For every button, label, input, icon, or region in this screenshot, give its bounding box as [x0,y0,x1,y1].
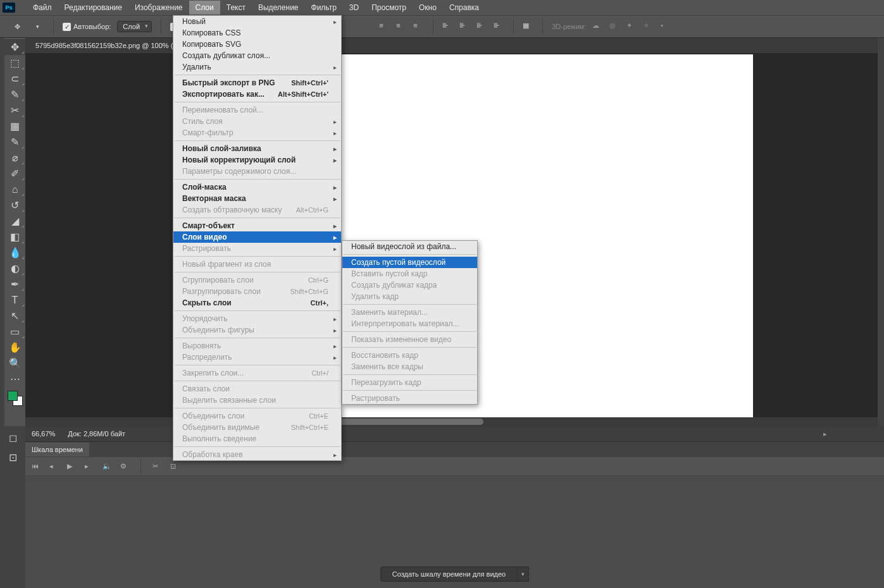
frame-tool[interactable]: ▦ [4,118,25,134]
quickmask-icon[interactable]: ◻ [4,430,22,446]
menu-item[interactable]: Новый [173,16,341,27]
menu-просмотр[interactable]: Просмотр [365,1,413,15]
menu-item[interactable]: Новый слой-заливка [173,143,341,154]
history-brush-tool[interactable]: ↺ [4,197,25,213]
menu-текст[interactable]: Текст [220,1,252,15]
menu-item[interactable]: Векторная маска [173,193,341,204]
pen-tool[interactable]: ✒ [4,276,25,292]
align-icons[interactable]: ≡≡≡ [379,21,424,32]
3d-icons[interactable]: ☁◎✦✧▪ [592,21,671,32]
horizontal-scrollbar[interactable] [25,417,878,426]
menu-item[interactable]: Новый видеослой из файла... [342,241,477,252]
menu-изображение[interactable]: Изображение [128,1,189,15]
play-icon[interactable]: ▶ [67,462,76,471]
screenmode-icon[interactable]: ⊡ [4,450,22,465]
zoom-tool[interactable]: 🔍 [4,355,25,371]
menu-файл[interactable]: Файл [27,1,58,15]
menu-item[interactable]: Экспортировать как...Alt+Shift+Ctrl+' [173,89,341,100]
menu-справка[interactable]: Справка [443,1,485,15]
marquee-tool[interactable]: ⬚ [4,55,25,71]
hand-tool[interactable]: ✋ [4,340,25,355]
doc-info[interactable]: Док: 2,86M/0 байт [68,430,125,438]
color-swatches[interactable] [8,391,23,406]
options-bar: ✥ ▾ ✓Автовыбор: Слой ✓Показ. ≡≡≡ ⊪⊪⊪⊪ ▦ … [0,15,884,38]
brush-tool[interactable]: ✐ [4,166,25,181]
menu-item: Разгруппировать слоиShift+Ctrl+G [173,286,341,297]
menu-item: Создать дубликат кадра [342,279,477,291]
shape-tool[interactable]: ▭ [4,324,25,340]
menu-item: Объединить фигуры [173,324,341,336]
autoselect-target-select[interactable]: Слой [117,21,152,32]
menu-item: Новый фрагмент из слоя [173,259,341,270]
menu-item[interactable]: Копировать SVG [173,39,341,50]
gradient-tool[interactable]: ◧ [4,229,25,245]
prev-frame-icon[interactable]: ◂ [49,462,58,471]
menu-item: Восстановить кадр [342,350,477,361]
menu-item[interactable]: Удалить [173,61,341,73]
autoselect-checkbox[interactable]: ✓Автовыбор: [63,23,111,31]
menu-фильтр[interactable]: Фильтр [305,1,343,15]
next-frame-icon[interactable]: ▸ [85,462,94,471]
menu-item[interactable]: Быстрый экспорт в PNGShift+Ctrl+' [173,77,341,89]
timeline-track-area[interactable]: Создать шкалу времени для видео ▾ [25,476,884,588]
menu-item[interactable]: Создать пустой видеослой [342,257,477,268]
blur-tool[interactable]: 💧 [4,245,25,260]
menu-item: Заменить все кадры [342,361,477,372]
distribute-icons[interactable]: ⊪⊪⊪⊪ [442,21,504,32]
menu-item: Удалить кадр [342,291,477,302]
menu-item: Сгруппировать слоиCtrl+G [173,274,341,286]
menu-item[interactable]: Скрыть слоиCtrl+, [173,297,341,309]
menu-окно[interactable]: Окно [413,1,443,15]
menu-item[interactable]: Слой-маска [173,181,341,193]
left-collapsed-panels: ◻ ⊡ [0,426,25,588]
menu-item: Заменить материал... [342,307,477,318]
menu-item: Обработка краев [173,449,341,460]
stamp-tool[interactable]: ⌂ [4,181,25,197]
menu-item: Показать измененное видео [342,334,477,345]
menu-item[interactable]: Слои видео [173,231,341,243]
menu-item: Объединить видимыеShift+Ctrl+E [173,422,341,433]
transition-icon[interactable]: ⊡ [170,462,179,471]
create-timeline-dropdown[interactable]: ▾ [518,567,529,582]
crop-tool[interactable]: ✂ [4,102,25,118]
create-video-timeline-button[interactable]: Создать шкалу времени для видео [380,567,518,582]
tool-preset-dropdown[interactable]: ▾ [30,20,44,34]
eyedropper-tool[interactable]: ✎ [4,134,25,150]
menu-item[interactable]: Копировать CSS [173,27,341,39]
lasso-tool[interactable]: ⊂ [4,71,25,87]
split-icon[interactable]: ✂ [153,462,161,471]
menu-выделение[interactable]: Выделение [252,1,305,15]
menu-item: Распределить [173,352,341,363]
options-icon[interactable]: ⚙ [120,462,129,471]
dodge-tool[interactable]: ◐ [4,260,25,276]
goto-first-icon[interactable]: ⏮ [32,462,40,471]
menu-item: Растрировать [173,243,341,254]
tools-panel: ✥ ⬚ ⊂ ✎ ✂ ▦ ✎ ⌀ ✐ ⌂ ↺ ◢ ◧ 💧 ◐ ✒ T ↖ ▭ ✋ … [4,38,25,441]
menu-слои[interactable]: Слои [189,1,220,15]
timeline-panel: Шкала времени ⏮ ◂ ▶ ▸ 🔈 ⚙ ✂ ⊡ Создать шк… [25,441,884,588]
eraser-tool[interactable]: ◢ [4,213,25,229]
document-tab[interactable]: 5795d985e3f081562159b32e.png @ 100% (R [30,39,183,52]
move-tool[interactable]: ✥ [4,39,25,55]
status-flyout-icon[interactable]: ▸ [823,430,827,438]
move-tool-icon[interactable]: ✥ [10,20,24,34]
menu-item: Вставить пустой кадр [342,268,477,279]
quick-select-tool[interactable]: ✎ [4,87,25,102]
menu-item[interactable]: Создать дубликат слоя... [173,50,341,61]
menu-3d[interactable]: 3D [343,1,365,15]
zoom-value[interactable]: 66,67% [32,430,55,438]
document-tab-bar: 5795d985e3f081562159b32e.png @ 100% (R [25,38,878,53]
menu-item: Выполнить сведение [173,433,341,444]
menu-item[interactable]: Новый корректирующий слой [173,154,341,166]
3d-mode-label: 3D-режим: [552,23,586,30]
menu-item: Выделить связанные слои [173,395,341,406]
menu-редактирование[interactable]: Редактирование [58,1,128,15]
timeline-tab[interactable]: Шкала времени [25,443,89,456]
path-select-tool[interactable]: ↖ [4,308,25,324]
type-tool[interactable]: T [4,292,25,308]
audio-icon[interactable]: 🔈 [103,462,111,471]
menu-item[interactable]: Смарт-объект [173,220,341,231]
edit-toolbar[interactable]: ⋯ [4,371,25,387]
auto-align-icon[interactable]: ▦ [523,21,533,32]
heal-tool[interactable]: ⌀ [4,150,25,166]
